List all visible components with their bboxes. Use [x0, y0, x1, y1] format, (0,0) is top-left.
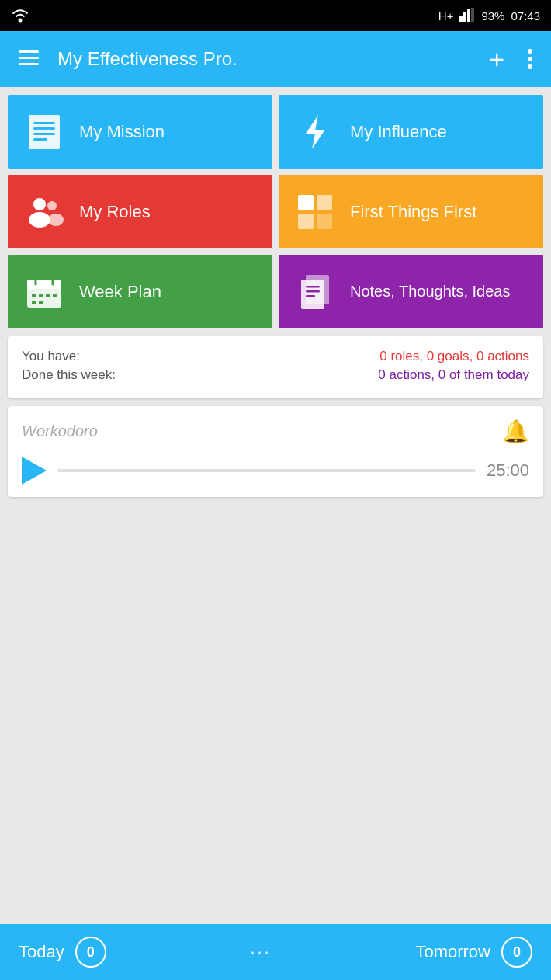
signal-bars-icon — [459, 8, 475, 24]
today-label: Today — [19, 942, 64, 962]
svg-point-17 — [33, 198, 46, 210]
wifi-icon — [11, 7, 29, 25]
svg-rect-5 — [19, 50, 39, 53]
svg-rect-13 — [33, 127, 55, 130]
tile-influence[interactable]: My Influence — [279, 95, 543, 169]
workodoro-card: Workodoro 🔔 25:00 — [8, 406, 543, 497]
workodoro-top: Workodoro 🔔 — [22, 419, 529, 444]
svg-rect-6 — [19, 57, 39, 59]
tomorrow-count: 0 — [513, 944, 521, 961]
tile-first-things[interactable]: First Things First — [279, 175, 543, 248]
today-section[interactable]: Today 0 — [19, 937, 106, 968]
more-dots[interactable]: ··· — [250, 942, 271, 962]
tile-roles[interactable]: My Roles — [8, 175, 272, 248]
svg-rect-32 — [53, 294, 57, 297]
grid-icon — [293, 189, 338, 235]
network-indicator: H+ — [438, 9, 454, 23]
svg-rect-33 — [32, 301, 36, 304]
svg-rect-26 — [27, 280, 61, 289]
svg-marker-16 — [306, 115, 324, 149]
svg-rect-2 — [463, 12, 466, 22]
svg-rect-23 — [298, 214, 314, 229]
svg-rect-37 — [306, 286, 320, 288]
status-left — [11, 7, 29, 25]
bolt-icon — [293, 109, 338, 155]
svg-rect-34 — [39, 301, 43, 304]
stats-card: You have: 0 roles, 0 goals, 0 actions Do… — [8, 336, 543, 398]
svg-rect-7 — [19, 63, 39, 65]
first-things-label: First Things First — [350, 202, 476, 222]
svg-rect-38 — [306, 290, 320, 293]
calendar-icon — [22, 269, 67, 315]
workodoro-controls: 25:00 — [22, 457, 529, 485]
status-right: H+ 93% 07:43 — [438, 8, 540, 24]
stats-done-label: Done this week: — [22, 367, 116, 383]
tomorrow-label: Tomorrow — [415, 942, 490, 962]
tomorrow-badge: 0 — [501, 937, 532, 968]
tiles-grid: My Mission My Influence My Roles — [8, 95, 543, 328]
status-bar: H+ 93% 07:43 — [0, 0, 551, 31]
svg-point-9 — [528, 57, 532, 61]
battery-text: 93% — [481, 9, 504, 23]
svg-point-18 — [29, 212, 50, 228]
svg-rect-14 — [33, 133, 55, 135]
stats-have-values: 0 roles, 0 goals, 0 actions — [379, 349, 529, 364]
svg-rect-39 — [306, 295, 315, 297]
stats-done-row: Done this week: 0 actions, 0 of them tod… — [22, 367, 529, 383]
app-title: My Effectiveness Pro. — [57, 48, 470, 70]
svg-rect-36 — [301, 280, 324, 309]
workodoro-name: Workodoro — [22, 422, 98, 440]
svg-point-20 — [48, 214, 64, 226]
svg-point-19 — [47, 201, 57, 210]
hamburger-icon[interactable] — [14, 42, 43, 76]
roles-label: My Roles — [79, 202, 151, 222]
svg-rect-24 — [317, 214, 332, 229]
stats-done-values: 0 actions, 0 of them today — [378, 367, 529, 383]
svg-rect-15 — [33, 138, 47, 141]
tile-notes[interactable]: Notes, Thoughts, Ideas — [279, 255, 543, 328]
stats-have-label: You have: — [22, 349, 80, 364]
svg-rect-22 — [317, 195, 332, 210]
more-icon[interactable] — [523, 43, 537, 75]
svg-rect-3 — [467, 9, 470, 22]
svg-rect-1 — [459, 16, 463, 22]
today-badge: 0 — [75, 937, 106, 968]
play-button[interactable] — [22, 457, 47, 485]
today-count: 0 — [87, 944, 95, 961]
stats-have-row: You have: 0 roles, 0 goals, 0 actions — [22, 349, 529, 364]
notes-label: Notes, Thoughts, Ideas — [350, 283, 510, 301]
notes-icon — [293, 269, 338, 315]
svg-rect-4 — [471, 8, 474, 22]
svg-rect-11 — [29, 115, 60, 149]
svg-rect-21 — [298, 195, 314, 210]
svg-point-0 — [19, 18, 23, 22]
people-icon — [22, 189, 67, 235]
time-text: 07:43 — [511, 9, 540, 23]
timer-display: 25:00 — [487, 460, 529, 481]
tomorrow-section[interactable]: Tomorrow 0 — [415, 937, 532, 968]
week-plan-label: Week Plan — [79, 282, 161, 302]
bell-icon[interactable]: 🔔 — [502, 419, 529, 444]
svg-point-10 — [528, 64, 532, 69]
influence-label: My Influence — [350, 122, 447, 142]
progress-bar — [57, 469, 476, 472]
svg-rect-12 — [33, 122, 55, 124]
main-content: My Mission My Influence My Roles — [0, 87, 551, 924]
mission-label: My Mission — [79, 122, 165, 142]
svg-rect-30 — [39, 294, 43, 297]
svg-rect-31 — [46, 294, 50, 297]
svg-point-8 — [528, 49, 532, 54]
add-icon[interactable]: + — [484, 41, 509, 77]
document-lines-icon — [22, 109, 67, 155]
tile-week-plan[interactable]: Week Plan — [8, 255, 272, 328]
tile-mission[interactable]: My Mission — [8, 95, 272, 169]
app-bar: My Effectiveness Pro. + — [0, 31, 551, 87]
bottom-bar: Today 0 ··· Tomorrow 0 — [0, 924, 551, 980]
svg-rect-29 — [32, 294, 36, 297]
